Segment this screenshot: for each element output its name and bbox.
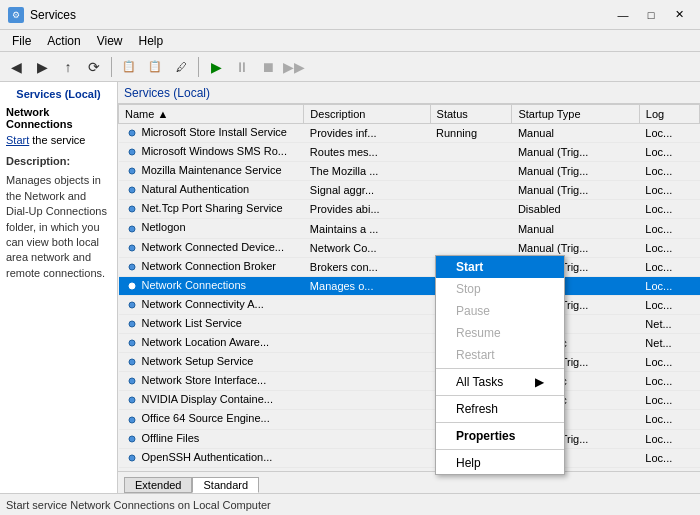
start-service-link[interactable]: Start <box>6 134 29 146</box>
service-icon <box>125 279 139 293</box>
menu-bar: File Action View Help <box>0 30 700 52</box>
table-row[interactable]: Network Store Interface...ingAutomaticLo… <box>119 372 700 391</box>
service-icon <box>125 451 139 465</box>
cell-service-name: Offline Files <box>119 429 304 448</box>
link-suffix: the service <box>29 134 85 146</box>
breadcrumb-services[interactable]: Services (Local) <box>124 86 210 100</box>
tab-extended[interactable]: Extended <box>124 477 192 493</box>
col-log[interactable]: Log <box>639 105 699 124</box>
table-row[interactable]: NetlogonMaintains a ...ManualLoc... <box>119 219 700 238</box>
menu-view[interactable]: View <box>89 32 131 50</box>
cell-log: Loc... <box>639 124 699 143</box>
context-menu-item-all-tasks[interactable]: All Tasks▶ <box>436 371 564 393</box>
back-button[interactable]: ◀ <box>4 55 28 79</box>
cell-status <box>430 162 512 181</box>
col-startup[interactable]: Startup Type <box>512 105 639 124</box>
cell-service-name: Network Connectivity A... <box>119 295 304 314</box>
up-button[interactable]: ↑ <box>56 55 80 79</box>
context-menu-item-pause[interactable]: Pause <box>436 300 564 322</box>
cell-startup: Manual <box>512 124 639 143</box>
svg-point-3 <box>129 149 135 155</box>
services-table-container[interactable]: Name ▲ Description Status Startup Type L… <box>118 104 700 471</box>
minimize-button[interactable]: — <box>610 5 636 25</box>
table-row[interactable]: Network Setup ServiceManual (Trig...Loc.… <box>119 353 700 372</box>
context-menu-item-restart[interactable]: Restart <box>436 344 564 366</box>
svg-point-25 <box>129 359 135 365</box>
context-menu-item-stop[interactable]: Stop <box>436 278 564 300</box>
table-row[interactable]: Office 64 Source Engine...ManualLoc... <box>119 410 700 429</box>
restart-service-toolbar-button[interactable]: ▶▶ <box>282 55 306 79</box>
cell-service-name: OpenSSH Authentication... <box>119 448 304 467</box>
cell-startup: Manual (Trig... <box>512 181 639 200</box>
view-button[interactable]: 📋 <box>143 55 167 79</box>
close-button[interactable]: ✕ <box>666 5 692 25</box>
cell-service-name: Network Setup Service <box>119 353 304 372</box>
cell-description <box>304 353 430 372</box>
pause-service-toolbar-button[interactable]: ⏸ <box>230 55 254 79</box>
table-row[interactable]: Network Connectivity A...Manual (Trig...… <box>119 295 700 314</box>
col-status[interactable]: Status <box>430 105 512 124</box>
service-icon <box>125 145 139 159</box>
table-row[interactable]: Network Connection BrokerBrokers con...R… <box>119 257 700 276</box>
services-table: Name ▲ Description Status Startup Type L… <box>118 104 700 471</box>
cell-description <box>304 372 430 391</box>
service-icon <box>125 336 139 350</box>
table-row[interactable]: Network Connected Device...Network Co...… <box>119 238 700 257</box>
tab-standard[interactable]: Standard <box>192 477 259 493</box>
table-row[interactable]: NVIDIA Display Containe...ingAutomaticLo… <box>119 391 700 410</box>
stop-service-toolbar-button[interactable]: ⏹ <box>256 55 280 79</box>
cell-service-name: Network Connections <box>119 276 304 295</box>
cell-startup: Manual <box>512 219 639 238</box>
service-icon <box>125 393 139 407</box>
filter-button[interactable]: 🖊 <box>169 55 193 79</box>
cell-log: Loc... <box>639 429 699 448</box>
cell-service-name: Microsoft Store Install Service <box>119 124 304 143</box>
context-menu-item-properties[interactable]: Properties <box>436 425 564 447</box>
menu-file[interactable]: File <box>4 32 39 50</box>
cell-description: The Mozilla ... <box>304 162 430 181</box>
cell-log: Loc... <box>639 448 699 467</box>
cell-description: Manages o... <box>304 276 430 295</box>
cell-description <box>304 448 430 467</box>
table-row[interactable]: Mozilla Maintenance ServiceThe Mozilla .… <box>119 162 700 181</box>
table-row[interactable]: Network List ServiceingManualNet... <box>119 314 700 333</box>
context-menu-item-refresh[interactable]: Refresh <box>436 398 564 420</box>
cell-log: Loc... <box>639 391 699 410</box>
cell-description: Provides abi... <box>304 200 430 219</box>
submenu-arrow: ▶ <box>535 375 544 389</box>
table-row[interactable]: OpenSSH Authentication...DisabledLoc... <box>119 448 700 467</box>
cell-status <box>430 200 512 219</box>
cell-log: Loc... <box>639 200 699 219</box>
table-row[interactable]: Microsoft Store Install ServiceProvides … <box>119 124 700 143</box>
refresh-button[interactable]: ⟳ <box>82 55 106 79</box>
context-menu-separator <box>436 449 564 450</box>
table-row[interactable]: Microsoft Windows SMS Ro...Routes mes...… <box>119 143 700 162</box>
table-row[interactable]: Network Location Aware...ingAutomaticNet… <box>119 334 700 353</box>
table-row[interactable]: Net.Tcp Port Sharing ServiceProvides abi… <box>119 200 700 219</box>
service-icon <box>125 241 139 255</box>
cell-description: Routes mes... <box>304 143 430 162</box>
cell-startup: Disabled <box>512 200 639 219</box>
toolbar-separator-2 <box>198 57 199 77</box>
service-icon <box>125 222 139 236</box>
col-description[interactable]: Description <box>304 105 430 124</box>
context-menu-item-help[interactable]: Help <box>436 452 564 474</box>
col-name[interactable]: Name ▲ <box>119 105 304 124</box>
forward-button[interactable]: ▶ <box>30 55 54 79</box>
context-menu-item-start[interactable]: Start <box>436 256 564 278</box>
svg-point-11 <box>129 226 135 232</box>
table-row[interactable]: Network ConnectionsManages o...ManualLoc… <box>119 276 700 295</box>
table-row[interactable]: Offline FilesManual (Trig...Loc... <box>119 429 700 448</box>
svg-point-9 <box>129 206 135 212</box>
start-service-toolbar-button[interactable]: ▶ <box>204 55 228 79</box>
service-icon <box>125 317 139 331</box>
menu-action[interactable]: Action <box>39 32 88 50</box>
maximize-button[interactable]: □ <box>638 5 664 25</box>
table-row[interactable]: Natural AuthenticationSignal aggr...Manu… <box>119 181 700 200</box>
menu-help[interactable]: Help <box>131 32 172 50</box>
export-button[interactable]: 📋 <box>117 55 141 79</box>
context-menu-item-resume[interactable]: Resume <box>436 322 564 344</box>
cell-log: Loc... <box>639 143 699 162</box>
context-menu: StartStopPauseResumeRestartAll Tasks▶Ref… <box>435 255 565 475</box>
cell-service-name: Mozilla Maintenance Service <box>119 162 304 181</box>
